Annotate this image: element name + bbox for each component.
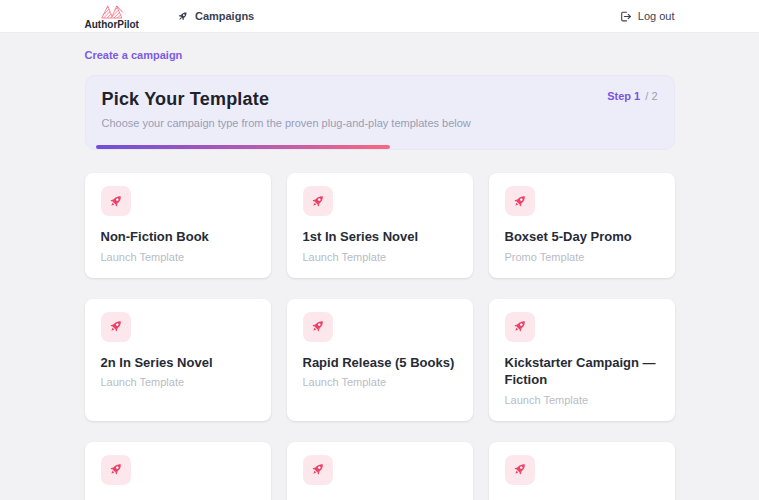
template-card[interactable]: Boxset 5-Day Promo Promo Template — [489, 173, 675, 278]
step-current: Step 1 — [607, 90, 640, 102]
app-header: AuthorPilot Campaigns Log out — [0, 0, 759, 33]
template-banner: Step 1 / 2 Pick Your Template Choose you… — [85, 75, 675, 150]
logout-button[interactable]: Log out — [619, 10, 675, 23]
create-campaign-link[interactable]: Create a campaign — [85, 49, 183, 61]
template-subtitle: Launch Template — [303, 376, 457, 388]
rocket-icon — [309, 461, 326, 478]
template-title: Kickstarter Campaign - Non Fiction — [101, 497, 255, 500]
rocket-icon — [511, 461, 528, 478]
template-card[interactable]: 2n In Series Novel Launch Template — [85, 299, 271, 421]
logout-icon — [619, 10, 632, 23]
authorpilot-logo-icon — [99, 4, 125, 19]
rocket-icon — [107, 461, 124, 478]
template-card[interactable]: Rapid Release (5 Books) Launch Template — [287, 299, 473, 421]
template-title: Kickstarter Campaign — Fiction — [505, 354, 659, 389]
template-title: The "Chris Fox" Book Relaunch — [303, 497, 457, 500]
page-title: Pick Your Template — [102, 89, 658, 110]
template-title: Rapid Release (5 Books) — [303, 354, 457, 372]
template-card[interactable]: The "Chris Fox" Book Relaunch Launch Tem… — [287, 442, 473, 500]
rocket-icon — [107, 318, 124, 335]
rocket-icon — [309, 318, 326, 335]
template-title: Non-Fiction Book — [101, 228, 255, 246]
rocket-icon-tile — [505, 312, 535, 342]
template-title: Email List Re-Engagement — [505, 497, 659, 500]
page-subtitle: Choose your campaign type from the prove… — [102, 117, 658, 129]
rocket-icon — [511, 318, 528, 335]
rocket-icon-tile — [505, 186, 535, 216]
template-subtitle: Promo Template — [505, 251, 659, 263]
brand-logo[interactable]: AuthorPilot — [85, 3, 139, 30]
template-title: 1st In Series Novel — [303, 228, 457, 246]
step-total: / 2 — [645, 90, 657, 102]
rocket-icon — [176, 10, 189, 23]
template-card[interactable]: Non-Fiction Book Launch Template — [85, 173, 271, 278]
template-card[interactable]: Email List Re-Engagement Marketing Templ… — [489, 442, 675, 500]
template-subtitle: Launch Template — [303, 251, 457, 263]
brand-name: AuthorPilot — [85, 20, 139, 30]
rocket-icon-tile — [101, 455, 131, 485]
rocket-icon-tile — [303, 455, 333, 485]
template-subtitle: Launch Template — [101, 376, 255, 388]
template-card[interactable]: 1st In Series Novel Launch Template — [287, 173, 473, 278]
nav-campaigns-label: Campaigns — [195, 10, 254, 22]
step-indicator: Step 1 / 2 — [607, 90, 657, 102]
rocket-icon-tile — [101, 312, 131, 342]
rocket-icon-tile — [505, 455, 535, 485]
rocket-icon-tile — [303, 186, 333, 216]
rocket-icon — [107, 193, 124, 210]
rocket-icon — [511, 193, 528, 210]
nav-campaigns[interactable]: Campaigns — [176, 10, 254, 23]
template-title: Boxset 5-Day Promo — [505, 228, 659, 246]
rocket-icon-tile — [101, 186, 131, 216]
template-card[interactable]: Kickstarter Campaign - Non Fiction Launc… — [85, 442, 271, 500]
rocket-icon — [309, 193, 326, 210]
template-title: 2n In Series Novel — [101, 354, 255, 372]
template-grid: Non-Fiction Book Launch Template 1st In … — [85, 173, 675, 500]
template-subtitle: Launch Template — [101, 251, 255, 263]
rocket-icon-tile — [303, 312, 333, 342]
progress-bar — [96, 145, 390, 149]
template-subtitle: Launch Template — [505, 394, 659, 406]
template-card[interactable]: Kickstarter Campaign — Fiction Launch Te… — [489, 299, 675, 421]
logout-label: Log out — [638, 10, 675, 22]
main-content: Create a campaign Step 1 / 2 Pick Your T… — [85, 33, 675, 500]
